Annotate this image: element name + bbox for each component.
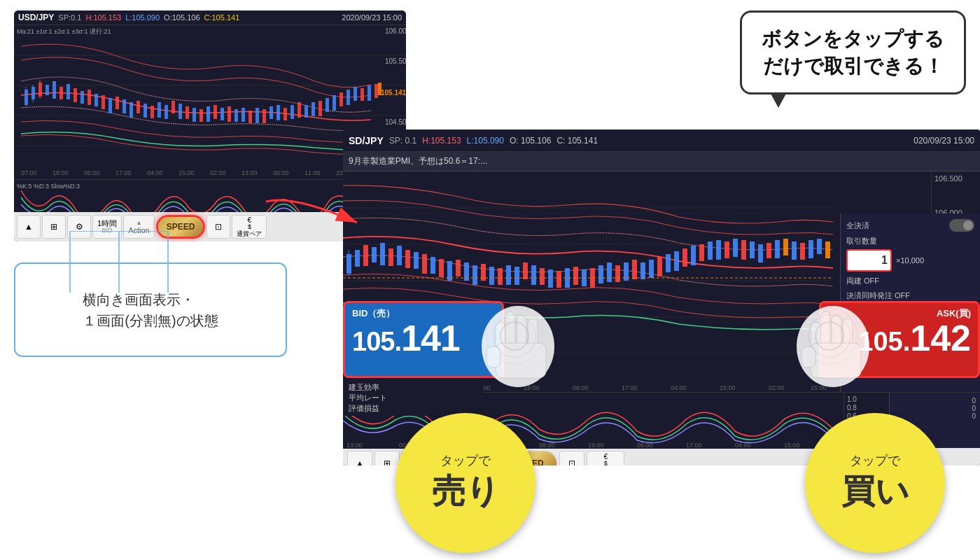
svg-text:15:00: 15:00 [720,384,736,391]
svg-text:Ma:21  ±1σ:1  ±2σ:1  ±3σ:1  遅行: Ma:21 ±1σ:1 ±2σ:1 ±3σ:1 遅行:21 [17,28,111,35]
svg-rect-45 [248,111,252,123]
main-currency-btn[interactable]: € $ 通貨ペア [587,451,624,465]
svg-rect-134 [657,257,662,276]
small-high: H:105.153 [85,13,121,22]
bid-price: 105.141 [352,320,495,356]
svg-rect-137 [682,248,687,267]
svg-rect-31 [150,106,154,118]
qty-row: 取引数量 ×10,000 [846,236,974,272]
svg-rect-34 [172,101,175,113]
svg-text:06:00: 06:00 [573,384,589,391]
main-chart-header: SD/JPY SP: 0.1 H:105.153 L:105.090 O: 10… [343,130,980,152]
main-high: H:105.153 [422,136,461,146]
main-grid-btn[interactable]: ⊞ [374,451,400,465]
news-ticker: 9月非製造業PMI、予想は50.6＝17:... [343,152,980,172]
svg-rect-63 [374,84,378,98]
svg-text:04:00: 04:00 [147,169,163,176]
hand-left-svg [476,301,560,392]
svg-rect-50 [284,108,287,120]
expand-icon: ▲ [24,222,33,232]
svg-rect-127 [598,265,603,284]
settlement-label: 決済同時発注 OFF [846,290,910,301]
svg-text:04:00: 04:00 [735,442,751,449]
callout-top-right: ボタンをタップする だけで取引できる！ [740,10,966,94]
svg-rect-129 [615,265,620,282]
svg-rect-60 [354,87,357,101]
svg-text:06:00: 06:00 [637,442,653,449]
position-info-bar: 建玉効率 平均レート 評価損益 [343,380,483,416]
svg-text:105.500: 105.500 [385,57,406,65]
svg-rect-61 [360,88,364,101]
svg-rect-30 [144,104,147,118]
svg-text:02:00: 02:00 [769,384,785,391]
small-pair: USD/JPY [18,13,54,22]
svg-rect-118 [523,262,528,279]
main-date: 020/09/23 15:00 [913,136,974,146]
qty-input[interactable] [846,249,892,272]
svg-rect-153 [817,239,822,254]
hyoka-label: 評価損益 [349,403,477,414]
svg-rect-29 [136,101,140,113]
svg-text:17:00: 17:00 [622,384,638,391]
svg-text:08:00: 08:00 [539,442,555,449]
svg-rect-38 [200,109,203,122]
svg-rect-59 [346,90,350,105]
svg-text:17:00: 17:00 [686,442,702,449]
main-expand-btn[interactable]: ▲ [347,451,372,465]
main-grid-icon: ⊞ [384,458,391,465]
zenkessai-label: 全決済 [846,220,869,231]
pos-val-0: 0 [894,397,976,405]
svg-rect-62 [368,85,371,101]
ryoken-row: 両建 OFF [846,276,974,286]
small-date: 2020/09/23 15:00 [342,13,402,22]
svg-text:105.141: 105.141 [381,89,406,97]
zenkessai-toggle[interactable] [949,219,974,232]
svg-rect-121 [548,270,553,288]
callout-right-line2: だけで取引できる！ [763,55,944,77]
svg-rect-54 [312,102,315,116]
svg-rect-136 [674,251,679,271]
svg-rect-132 [640,262,645,279]
svg-rect-141 [716,240,721,260]
svg-rect-152 [808,240,813,258]
svg-rect-151 [800,243,805,260]
main-chart2-icon: ⊡ [568,458,575,465]
zenkessai-row: 全決済 [846,219,974,232]
svg-rect-114 [489,267,494,285]
svg-rect-140 [708,241,713,260]
heikin-label: 平均レート [349,393,477,403]
svg-text:17:00: 17:00 [115,169,132,176]
svg-rect-27 [122,99,126,113]
bid-prefix: 105. [352,327,401,356]
svg-rect-26 [115,97,119,109]
svg-rect-41 [220,108,224,120]
svg-text:%K:5  %D:3  Slow%D:3: %K:5 %D:3 Slow%D:3 [17,183,80,190]
svg-rect-25 [108,98,112,113]
svg-text:104.500: 104.500 [385,118,406,126]
taigyoko-label: 建玉効率 [349,382,477,393]
news-text: 9月非製造業PMI、予想は50.6＝17:... [349,155,487,167]
svg-rect-57 [332,95,336,111]
ryoken-label: 両建 OFF [846,276,879,286]
svg-text:19:00: 19:00 [588,442,604,449]
svg-rect-16 [46,85,49,95]
main-sp: SP: 0.1 [389,136,416,146]
ask-price: 105.142 [858,320,971,356]
svg-rect-154 [825,241,830,258]
hand-right-svg [791,301,875,392]
svg-rect-22 [88,90,91,105]
svg-rect-49 [276,105,280,120]
svg-rect-128 [607,262,612,282]
sell-action-label: 売り [432,469,500,514]
svg-rect-37 [192,108,196,122]
svg-text:106.000: 106.000 [385,27,406,35]
svg-rect-149 [783,239,788,255]
svg-rect-58 [340,92,343,106]
hand-cursor-right [791,301,875,392]
main-chart2-btn[interactable]: ⊡ [559,451,584,465]
main-expand-icon: ▲ [356,458,364,465]
svg-rect-145 [750,241,755,258]
svg-rect-35 [178,104,182,119]
small-chart-header: USD/JPY SP:0.1 H:105.153 L:105.090 O:105… [14,10,406,25]
svg-rect-110 [456,260,461,276]
